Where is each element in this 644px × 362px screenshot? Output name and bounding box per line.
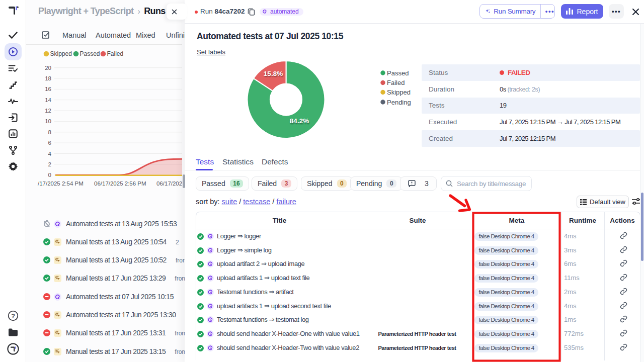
svg-text:06/17/2025: 06/17/2025: [156, 180, 182, 187]
svg-text:16: 16: [45, 86, 51, 92]
svg-text:8: 8: [48, 129, 51, 135]
svg-text:Failed: Failed: [387, 79, 405, 86]
svg-text:10: 10: [45, 118, 51, 124]
svg-text:15.8%: 15.8%: [264, 70, 283, 77]
svg-text:Failed: Failed: [107, 50, 124, 57]
svg-text:84.2%: 84.2%: [290, 117, 309, 125]
svg-text:6: 6: [48, 140, 51, 146]
svg-text:18: 18: [45, 75, 51, 81]
svg-text:06/17/2025 2:56 PM: 06/17/2025 2:56 PM: [94, 180, 146, 187]
svg-text:4: 4: [48, 151, 52, 157]
svg-text:12: 12: [45, 108, 51, 114]
svg-text:Passed: Passed: [387, 69, 409, 77]
svg-text:14: 14: [45, 97, 51, 103]
svg-text:20: 20: [45, 65, 51, 71]
svg-text:Pending: Pending: [387, 99, 411, 106]
svg-text:Skipped: Skipped: [387, 88, 411, 96]
svg-text:Passed: Passed: [80, 50, 100, 57]
svg-text:?: ?: [11, 313, 15, 320]
svg-text:2: 2: [48, 161, 51, 167]
svg-text:/17/2025 2:54 PM: /17/2025 2:54 PM: [38, 180, 84, 187]
svg-text:0: 0: [48, 172, 51, 178]
svg-text:Skipped: Skipped: [50, 50, 72, 57]
